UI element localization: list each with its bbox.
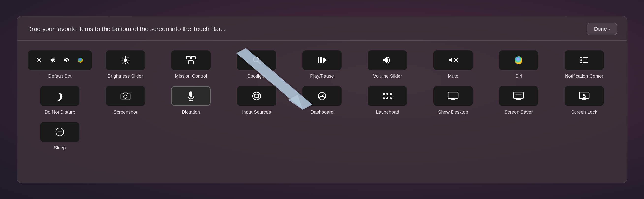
svg-rect-67 <box>583 96 586 98</box>
svg-point-34 <box>580 57 582 58</box>
label-notification-center: Notification Center <box>565 73 604 79</box>
svg-rect-28 <box>320 57 322 63</box>
grid-item-play-pause[interactable]: Play/Pause <box>289 50 355 79</box>
items-grid: Default Set Brightness Slider <box>17 40 627 158</box>
svg-rect-39 <box>582 62 588 63</box>
label-brightness-slider: Brightness Slider <box>108 73 143 79</box>
brightness-mini-icon <box>33 54 45 66</box>
item-button-spotlight[interactable] <box>237 50 276 70</box>
mute-mini-icon <box>61 54 72 66</box>
svg-rect-41 <box>190 91 192 97</box>
grid-item-input-sources[interactable]: Input Sources <box>224 86 289 115</box>
item-button-play-pause[interactable] <box>302 50 342 70</box>
grid-item-spotlight[interactable]: Spotlight <box>224 50 289 79</box>
svg-rect-35 <box>582 57 588 58</box>
panel-header: Drag your favorite items to the bottom o… <box>17 16 627 40</box>
label-volume-slider: Volume Slider <box>373 73 402 79</box>
svg-rect-27 <box>318 57 319 63</box>
svg-point-54 <box>386 97 388 99</box>
item-button-screen-lock[interactable] <box>564 86 604 106</box>
svg-point-38 <box>580 62 582 63</box>
item-button-launchpad[interactable] <box>368 86 407 106</box>
grid-item-screen-lock[interactable]: Screen Lock <box>552 86 617 115</box>
grid-item-screen-saver[interactable]: Screen Saver <box>486 86 551 115</box>
grid-item-default-set[interactable]: Default Set <box>27 50 92 79</box>
svg-line-18 <box>122 57 124 58</box>
svg-rect-23 <box>192 56 195 59</box>
grid-item-notification-center[interactable]: Notification Center <box>552 50 617 79</box>
svg-point-51 <box>386 93 388 95</box>
item-button-mute[interactable] <box>434 50 473 70</box>
svg-marker-29 <box>323 57 327 63</box>
grid-item-screenshot[interactable]: Screenshot <box>92 86 158 115</box>
item-button-dictation[interactable] <box>171 86 210 106</box>
chevron-icon: › <box>608 26 610 32</box>
label-launchpad: Launchpad <box>376 109 399 115</box>
volume-mini-icon <box>47 54 59 66</box>
item-button-screenshot[interactable] <box>106 86 145 106</box>
grid-item-mute[interactable]: Mute <box>420 50 486 79</box>
label-dashboard: Dashboard <box>311 109 334 115</box>
svg-point-33 <box>516 58 521 63</box>
label-screen-saver: Screen Saver <box>504 109 533 115</box>
item-button-do-not-disturb[interactable] <box>40 86 80 106</box>
svg-line-21 <box>122 62 124 63</box>
item-button-screen-saver[interactable] <box>499 86 538 106</box>
default-set-icons <box>33 54 86 66</box>
svg-line-7 <box>38 58 38 59</box>
label-dictation: Dictation <box>182 109 200 115</box>
grid-item-volume-slider[interactable]: Volume Slider <box>355 50 420 79</box>
instruction-text: Drag your favorite items to the bottom o… <box>27 25 226 33</box>
label-siri: Siri <box>515 73 522 79</box>
item-button-input-sources[interactable] <box>237 86 276 106</box>
grid-item-dashboard[interactable]: Dashboard <box>289 86 355 115</box>
label-spotlight: Spotlight <box>248 73 266 79</box>
svg-point-12 <box>78 58 83 63</box>
grid-item-sleep[interactable]: Sleep <box>27 122 92 151</box>
label-screen-lock: Screen Lock <box>571 109 597 115</box>
grid-item-show-desktop[interactable]: Show Desktop <box>420 86 486 115</box>
item-button-mission-control[interactable] <box>171 50 210 70</box>
item-button-dashboard[interactable] <box>302 86 342 106</box>
svg-line-26 <box>258 61 260 64</box>
label-do-not-disturb: Do Not Disturb <box>44 109 75 115</box>
grid-item-launchpad[interactable]: Launchpad <box>355 86 420 115</box>
item-button-siri[interactable] <box>499 50 538 70</box>
svg-rect-22 <box>186 56 190 59</box>
svg-line-9 <box>40 58 41 59</box>
item-button-volume-slider[interactable] <box>368 50 407 70</box>
svg-line-8 <box>40 61 41 62</box>
label-mission-control: Mission Control <box>175 73 207 79</box>
item-button-brightness-slider[interactable] <box>106 50 145 70</box>
item-button-show-desktop[interactable] <box>434 86 473 106</box>
svg-point-49 <box>321 96 322 97</box>
grid-item-dictation[interactable]: Dictation <box>158 86 224 115</box>
touch-bar-customize-panel: Drag your favorite items to the bottom o… <box>17 16 627 183</box>
label-play-pause: Play/Pause <box>310 73 334 79</box>
svg-point-55 <box>390 97 392 99</box>
label-sleep: Sleep <box>54 145 66 151</box>
svg-point-50 <box>383 93 385 95</box>
svg-rect-56 <box>448 92 458 99</box>
svg-line-19 <box>128 62 128 63</box>
done-button[interactable]: Done › <box>587 23 617 35</box>
svg-rect-59 <box>514 92 524 99</box>
label-default-set: Default Set <box>48 73 71 79</box>
svg-point-13 <box>124 58 127 62</box>
grid-item-do-not-disturb[interactable]: Do Not Disturb <box>27 86 92 115</box>
item-button-notification-center[interactable] <box>564 50 604 70</box>
item-button-default-set[interactable] <box>28 50 92 70</box>
svg-point-36 <box>580 59 582 61</box>
grid-item-siri[interactable]: Siri <box>486 50 551 79</box>
label-input-sources: Input Sources <box>242 109 271 115</box>
svg-rect-37 <box>582 60 588 60</box>
grid-item-mission-control[interactable]: Mission Control <box>158 50 224 79</box>
label-show-desktop: Show Desktop <box>438 109 468 115</box>
label-screenshot: Screenshot <box>114 109 137 115</box>
siri-mini-icon <box>74 54 86 66</box>
item-button-sleep[interactable] <box>40 122 80 142</box>
svg-line-10 <box>38 61 38 62</box>
grid-item-brightness-slider[interactable]: Brightness Slider <box>92 50 158 79</box>
svg-point-53 <box>383 97 385 99</box>
svg-point-52 <box>390 93 392 95</box>
